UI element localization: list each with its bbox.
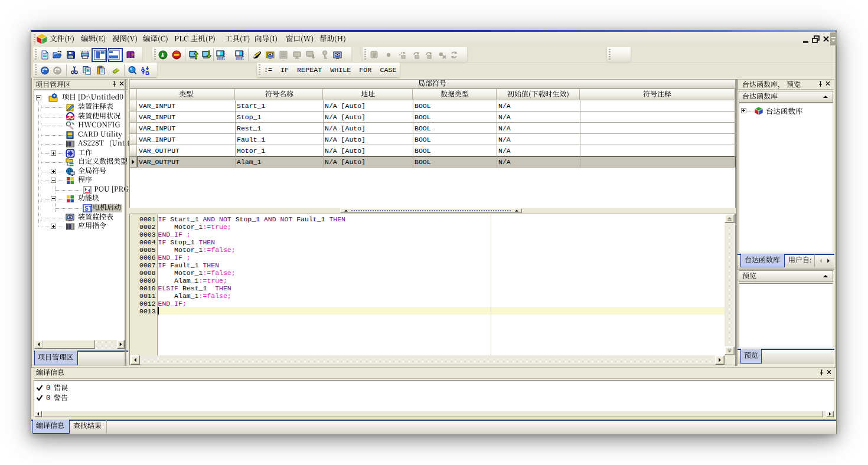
svg-text:10101: 10101	[217, 57, 225, 60]
svg-text:10101: 10101	[236, 57, 244, 60]
svg-text:ST: ST	[84, 205, 92, 212]
